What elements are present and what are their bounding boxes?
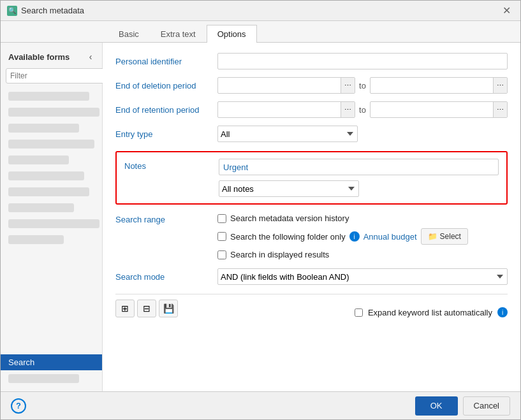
deletion-start-date-input[interactable] [218,78,341,93]
toolbar-button-3[interactable]: 💾 [159,300,178,317]
sidebar-placeholder-2 [8,108,99,117]
cancel-button[interactable]: Cancel [463,396,510,416]
tab-basic[interactable]: Basic [108,25,150,43]
search-mode-select[interactable]: AND (link fields with Boolean AND) [217,268,508,285]
folder-link[interactable]: Annual budget [363,232,417,242]
retention-to-label: to [359,105,366,115]
select-folder-button[interactable]: 📁 Select [421,228,468,245]
window-title: Search metadata [21,6,84,15]
retention-end-date-input[interactable] [371,102,493,117]
sidebar-placeholder-3 [8,124,79,133]
entry-type-label: Entry type [115,129,217,139]
ok-button[interactable]: OK [415,396,458,416]
expand-keyword-label: Expand keyword list automatically [368,308,492,317]
sidebar-placeholder-9 [8,219,99,228]
sidebar-collapse-button[interactable]: ‹ [84,50,97,63]
tab-options[interactable]: Options [207,25,257,43]
window-icon: 🔍 [7,6,17,16]
toolbar-button-1[interactable]: ⊞ [115,300,135,317]
search-displayed-results-checkbox[interactable] [217,250,226,259]
search-metadata-version-checkbox[interactable] [217,214,226,223]
end-of-deletion-label: End of deletion period [115,81,217,91]
expand-keyword-checkbox[interactable] [355,308,363,317]
sidebar-placeholder-1 [8,92,89,101]
sidebar-placeholder-6 [8,171,84,180]
notes-text-input[interactable] [219,159,499,175]
retention-start-date-input[interactable] [218,102,341,117]
deletion-end-calendar-button[interactable]: ⋯ [493,78,507,93]
folder-icon: 📁 [428,232,437,241]
notes-dropdown[interactable]: All notes [219,180,359,197]
notes-label: Notes [124,161,219,171]
sidebar-item-search[interactable]: Search [1,354,102,370]
sidebar-placeholder-11 [8,374,79,383]
select-folder-label: Select [440,232,461,241]
toolbar-button-2[interactable]: ⊟ [137,300,156,317]
tab-extra-text[interactable]: Extra text [150,25,207,43]
deletion-start-calendar-button[interactable]: ⋯ [341,78,355,93]
close-button[interactable]: ✕ [499,3,514,18]
search-displayed-label: Search in displayed results [230,250,329,259]
sidebar-placeholder-10 [8,235,64,244]
search-folder-only-label: Search the following folder only [230,232,346,242]
expand-info-icon[interactable]: i [497,307,508,317]
retention-end-calendar-button[interactable]: ⋯ [493,102,507,117]
search-folder-only-checkbox[interactable] [217,232,226,241]
filter-input[interactable] [6,68,110,83]
sidebar-placeholder-8 [8,203,74,212]
sidebar-placeholder-5 [8,156,69,164]
deletion-to-label: to [359,81,366,91]
search-range-label: Search range [115,214,217,224]
end-of-retention-label: End of retention period [115,105,217,115]
sidebar-placeholder-7 [8,187,89,196]
sidebar-placeholder-4 [8,140,94,148]
personal-identifier-input[interactable] [217,53,508,69]
help-button[interactable]: ? [11,398,26,414]
deletion-end-date-input[interactable] [371,78,493,93]
entry-type-select[interactable]: All [217,126,358,142]
divider [115,294,508,294]
info-icon[interactable]: i [349,231,360,242]
retention-start-calendar-button[interactable]: ⋯ [341,102,355,117]
sidebar-title: Available forms [8,52,70,62]
search-mode-label: Search mode [115,272,217,282]
personal-identifier-label: Personal identifier [115,57,217,66]
search-metadata-version-label: Search metadata version history [230,214,349,223]
